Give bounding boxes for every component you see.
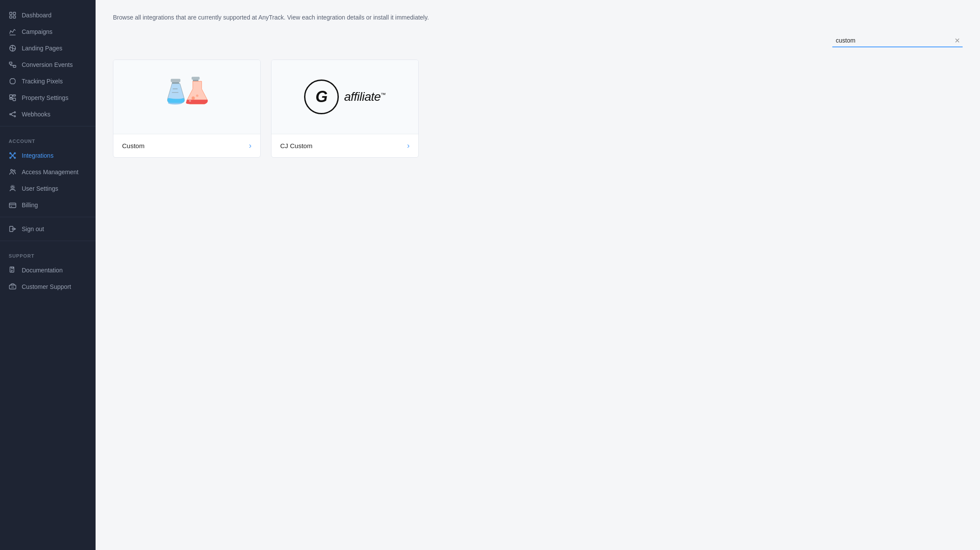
search-input[interactable] bbox=[832, 34, 952, 46]
sidebar-item-conversion-events[interactable]: Conversion Events bbox=[0, 56, 96, 73]
custom-illustration bbox=[156, 71, 217, 123]
search-row: ✕ bbox=[113, 34, 963, 47]
sidebar-item-tracking-pixels-label: Tracking Pixels bbox=[22, 78, 63, 85]
svg-point-26 bbox=[11, 169, 13, 172]
sidebar-item-tracking-pixels[interactable]: Tracking Pixels bbox=[0, 73, 96, 89]
main-content: Browse all integrations that are current… bbox=[96, 0, 980, 550]
integration-card-custom[interactable]: Custom › bbox=[113, 60, 261, 158]
sidebar-item-campaigns[interactable]: Campaigns bbox=[0, 23, 96, 40]
sidebar-item-documentation[interactable]: Documentation bbox=[0, 262, 96, 278]
sidebar-item-webhooks-label: Webhooks bbox=[22, 111, 50, 118]
campaigns-icon bbox=[9, 28, 17, 36]
svg-point-16 bbox=[14, 116, 16, 117]
user-settings-icon bbox=[9, 185, 17, 192]
search-wrapper: ✕ bbox=[832, 34, 963, 47]
svg-rect-6 bbox=[10, 62, 12, 64]
svg-point-49 bbox=[189, 100, 191, 102]
sign-out-label: Sign out bbox=[22, 225, 44, 232]
affiliate-text: affiliate™ bbox=[344, 90, 386, 104]
property-settings-icon bbox=[9, 94, 17, 102]
page-description: Browse all integrations that are current… bbox=[113, 13, 963, 22]
cj-custom-card-footer[interactable]: CJ Custom › bbox=[271, 134, 418, 157]
svg-point-47 bbox=[192, 96, 195, 99]
cj-affiliate-logo: G affiliate™ bbox=[304, 80, 386, 114]
sidebar-item-integrations[interactable]: Integrations bbox=[0, 147, 96, 164]
svg-point-14 bbox=[10, 114, 11, 115]
sidebar-item-billing[interactable]: Billing bbox=[0, 197, 96, 213]
integration-card-cj-custom[interactable]: G affiliate™ CJ Custom › bbox=[271, 60, 419, 158]
sidebar: Dashboard Campaigns Landing Pages bbox=[0, 0, 96, 550]
sidebar-item-campaigns-label: Campaigns bbox=[22, 28, 53, 35]
support-section-label: Support bbox=[0, 245, 96, 262]
conversion-events-icon bbox=[9, 61, 17, 69]
sidebar-item-sign-out[interactable]: Sign out bbox=[0, 221, 96, 237]
landing-pages-icon bbox=[9, 44, 17, 52]
svg-rect-13 bbox=[13, 98, 16, 101]
svg-rect-40 bbox=[171, 79, 180, 82]
svg-rect-30 bbox=[10, 203, 16, 208]
dashboard-icon bbox=[9, 11, 17, 19]
sign-out-icon bbox=[9, 225, 17, 233]
svg-rect-1 bbox=[13, 12, 16, 14]
sidebar-item-conversion-events-label: Conversion Events bbox=[22, 61, 73, 68]
svg-rect-11 bbox=[13, 95, 16, 96]
divider-account bbox=[0, 126, 96, 126]
svg-rect-45 bbox=[192, 77, 199, 80]
sidebar-item-integrations-label: Integrations bbox=[22, 152, 53, 159]
access-management-icon bbox=[9, 168, 17, 176]
webhooks-icon bbox=[9, 110, 17, 118]
custom-card-footer[interactable]: Custom › bbox=[113, 134, 260, 157]
svg-rect-2 bbox=[10, 16, 12, 18]
svg-point-18 bbox=[14, 152, 16, 154]
svg-line-24 bbox=[11, 156, 12, 158]
svg-point-28 bbox=[12, 186, 14, 189]
svg-rect-0 bbox=[10, 12, 12, 14]
svg-point-17 bbox=[10, 152, 11, 154]
sidebar-item-access-management-label: Access Management bbox=[22, 169, 79, 176]
svg-point-29 bbox=[11, 186, 15, 189]
cj-g-letter: G bbox=[315, 88, 328, 106]
svg-rect-10 bbox=[10, 95, 12, 97]
svg-rect-3 bbox=[13, 16, 16, 18]
sidebar-item-dashboard-label: Dashboard bbox=[22, 12, 52, 19]
sidebar-item-landing-pages[interactable]: Landing Pages bbox=[0, 40, 96, 56]
svg-line-22 bbox=[11, 153, 12, 156]
svg-point-20 bbox=[14, 157, 16, 159]
svg-rect-12 bbox=[10, 98, 12, 99]
svg-rect-7 bbox=[13, 66, 16, 68]
sidebar-item-property-settings[interactable]: Property Settings bbox=[0, 89, 96, 106]
sidebar-item-landing-pages-label: Landing Pages bbox=[22, 45, 62, 52]
custom-card-label: Custom bbox=[122, 142, 145, 149]
customer-support-icon bbox=[9, 283, 17, 291]
sidebar-item-access-management[interactable]: Access Management bbox=[0, 164, 96, 180]
cj-custom-card-chevron: › bbox=[407, 141, 410, 150]
sidebar-item-customer-support-label: Customer Support bbox=[22, 283, 71, 290]
sidebar-item-user-settings-label: User Settings bbox=[22, 185, 58, 192]
integrations-icon bbox=[9, 152, 17, 159]
svg-line-23 bbox=[13, 153, 14, 156]
sidebar-item-user-settings[interactable]: User Settings bbox=[0, 180, 96, 197]
cj-custom-card-label: CJ Custom bbox=[280, 142, 312, 149]
svg-point-48 bbox=[196, 94, 199, 97]
billing-icon bbox=[9, 201, 17, 209]
tracking-pixels-icon bbox=[9, 77, 17, 85]
sidebar-item-webhooks[interactable]: Webhooks bbox=[0, 106, 96, 123]
divider-signout bbox=[0, 217, 96, 217]
sidebar-item-customer-support[interactable]: Customer Support bbox=[0, 278, 96, 295]
search-clear-button[interactable]: ✕ bbox=[952, 36, 963, 45]
integrations-grid: Custom › G affiliate™ CJ Custom › bbox=[113, 60, 963, 158]
divider-support bbox=[0, 241, 96, 241]
svg-line-25 bbox=[13, 156, 14, 158]
sidebar-item-billing-label: Billing bbox=[22, 202, 38, 209]
sidebar-item-property-settings-label: Property Settings bbox=[22, 94, 68, 101]
account-section-label: Account bbox=[0, 130, 96, 147]
sidebar-item-dashboard[interactable]: Dashboard bbox=[0, 7, 96, 23]
svg-point-19 bbox=[10, 157, 11, 159]
custom-card-image bbox=[113, 60, 260, 134]
svg-rect-41 bbox=[172, 82, 179, 84]
svg-point-27 bbox=[13, 170, 15, 172]
svg-rect-46 bbox=[193, 80, 199, 81]
cj-custom-card-image: G affiliate™ bbox=[271, 60, 418, 134]
sidebar-item-documentation-label: Documentation bbox=[22, 267, 63, 274]
cj-circle: G bbox=[304, 80, 339, 114]
